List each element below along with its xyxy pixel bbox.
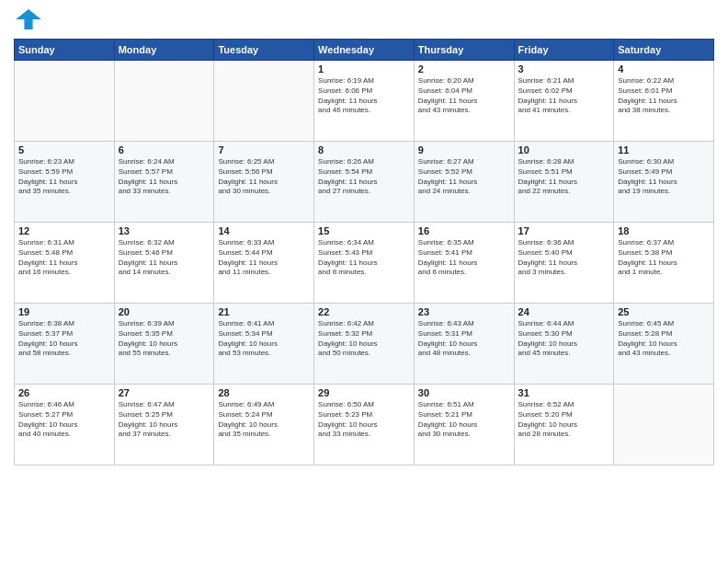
calendar-cell: 30Sunrise: 6:51 AM Sunset: 5:21 PM Dayli… — [414, 385, 514, 465]
cell-info: Sunrise: 6:42 AM Sunset: 5:32 PM Dayligh… — [318, 319, 410, 359]
calendar-cell: 9Sunrise: 6:27 AM Sunset: 5:52 PM Daylig… — [414, 142, 514, 223]
cell-info: Sunrise: 6:45 AM Sunset: 5:28 PM Dayligh… — [618, 319, 710, 359]
day-number: 16 — [418, 225, 510, 236]
calendar-week-row: 5Sunrise: 6:23 AM Sunset: 5:59 PM Daylig… — [15, 142, 714, 223]
calendar-cell — [114, 61, 214, 142]
day-number: 28 — [218, 387, 310, 398]
day-number: 24 — [518, 306, 610, 317]
calendar-cell: 20Sunrise: 6:39 AM Sunset: 5:35 PM Dayli… — [114, 304, 214, 385]
cell-info: Sunrise: 6:50 AM Sunset: 5:23 PM Dayligh… — [318, 400, 410, 440]
day-number: 22 — [318, 306, 410, 317]
day-number: 3 — [518, 63, 610, 75]
calendar-week-row: 12Sunrise: 6:31 AM Sunset: 5:48 PM Dayli… — [15, 223, 714, 304]
cell-info: Sunrise: 6:49 AM Sunset: 5:24 PM Dayligh… — [218, 400, 310, 440]
day-number: 26 — [18, 387, 110, 398]
calendar-cell: 22Sunrise: 6:42 AM Sunset: 5:32 PM Dayli… — [314, 304, 415, 385]
calendar-cell — [214, 61, 314, 142]
calendar-week-row: 1Sunrise: 6:19 AM Sunset: 6:06 PM Daylig… — [15, 61, 714, 142]
day-number: 20 — [119, 306, 210, 317]
day-number: 14 — [218, 225, 310, 236]
calendar-cell: 13Sunrise: 6:32 AM Sunset: 5:46 PM Dayli… — [114, 223, 214, 304]
day-number: 21 — [218, 306, 310, 317]
calendar-cell: 21Sunrise: 6:41 AM Sunset: 5:34 PM Dayli… — [214, 304, 314, 385]
day-number: 4 — [618, 63, 710, 75]
calendar-cell: 4Sunrise: 6:22 AM Sunset: 6:01 PM Daylig… — [614, 61, 714, 142]
calendar-cell: 14Sunrise: 6:33 AM Sunset: 5:44 PM Dayli… — [214, 223, 314, 304]
cell-info: Sunrise: 6:25 AM Sunset: 5:56 PM Dayligh… — [218, 157, 310, 197]
cell-info: Sunrise: 6:38 AM Sunset: 5:37 PM Dayligh… — [18, 319, 110, 359]
calendar-cell: 8Sunrise: 6:26 AM Sunset: 5:54 PM Daylig… — [314, 142, 415, 223]
calendar-cell: 3Sunrise: 6:21 AM Sunset: 6:02 PM Daylig… — [514, 61, 614, 142]
cell-info: Sunrise: 6:30 AM Sunset: 5:49 PM Dayligh… — [618, 157, 710, 197]
cell-info: Sunrise: 6:47 AM Sunset: 5:25 PM Dayligh… — [119, 400, 210, 440]
calendar-cell: 1Sunrise: 6:19 AM Sunset: 6:06 PM Daylig… — [314, 61, 415, 142]
calendar-cell: 2Sunrise: 6:20 AM Sunset: 6:04 PM Daylig… — [414, 61, 514, 142]
day-number: 15 — [318, 225, 410, 236]
logo-icon — [16, 9, 41, 29]
calendar-cell: 10Sunrise: 6:28 AM Sunset: 5:51 PM Dayli… — [514, 142, 614, 223]
weekday-header-thursday: Thursday — [414, 40, 514, 61]
day-number: 25 — [618, 306, 710, 317]
day-number: 5 — [18, 144, 110, 155]
day-number: 10 — [518, 144, 610, 155]
calendar-cell: 17Sunrise: 6:36 AM Sunset: 5:40 PM Dayli… — [514, 223, 614, 304]
day-number: 12 — [18, 225, 110, 236]
weekday-header-saturday: Saturday — [614, 40, 714, 61]
calendar-cell: 31Sunrise: 6:52 AM Sunset: 5:20 PM Dayli… — [514, 385, 614, 465]
calendar-week-row: 26Sunrise: 6:46 AM Sunset: 5:27 PM Dayli… — [15, 385, 714, 465]
cell-info: Sunrise: 6:34 AM Sunset: 5:43 PM Dayligh… — [318, 238, 410, 278]
cell-info: Sunrise: 6:33 AM Sunset: 5:44 PM Dayligh… — [218, 238, 310, 278]
calendar-cell — [15, 61, 115, 142]
cell-info: Sunrise: 6:31 AM Sunset: 5:48 PM Dayligh… — [18, 238, 110, 278]
calendar-cell: 16Sunrise: 6:35 AM Sunset: 5:41 PM Dayli… — [414, 223, 514, 304]
calendar-cell: 23Sunrise: 6:43 AM Sunset: 5:31 PM Dayli… — [414, 304, 514, 385]
page: SundayMondayTuesdayWednesdayThursdayFrid… — [0, 0, 728, 563]
calendar-cell — [614, 385, 714, 465]
cell-info: Sunrise: 6:21 AM Sunset: 6:02 PM Dayligh… — [518, 76, 610, 116]
calendar-cell: 26Sunrise: 6:46 AM Sunset: 5:27 PM Dayli… — [15, 385, 115, 465]
calendar-cell: 25Sunrise: 6:45 AM Sunset: 5:28 PM Dayli… — [614, 304, 714, 385]
calendar-cell: 12Sunrise: 6:31 AM Sunset: 5:48 PM Dayli… — [15, 223, 115, 304]
day-number: 19 — [18, 306, 110, 317]
day-number: 17 — [518, 225, 610, 236]
weekday-header-sunday: Sunday — [15, 40, 115, 61]
day-number: 18 — [618, 225, 710, 236]
cell-info: Sunrise: 6:39 AM Sunset: 5:35 PM Dayligh… — [119, 319, 210, 359]
cell-info: Sunrise: 6:22 AM Sunset: 6:01 PM Dayligh… — [618, 76, 710, 116]
cell-info: Sunrise: 6:37 AM Sunset: 5:38 PM Dayligh… — [618, 238, 710, 278]
cell-info: Sunrise: 6:20 AM Sunset: 6:04 PM Dayligh… — [418, 76, 510, 116]
day-number: 11 — [618, 144, 710, 155]
weekday-header-friday: Friday — [514, 40, 614, 61]
day-number: 9 — [418, 144, 510, 155]
calendar-table: SundayMondayTuesdayWednesdayThursdayFrid… — [14, 39, 714, 465]
calendar-cell: 18Sunrise: 6:37 AM Sunset: 5:38 PM Dayli… — [614, 223, 714, 304]
calendar-cell: 24Sunrise: 6:44 AM Sunset: 5:30 PM Dayli… — [514, 304, 614, 385]
cell-info: Sunrise: 6:23 AM Sunset: 5:59 PM Dayligh… — [18, 157, 110, 197]
calendar-cell: 29Sunrise: 6:50 AM Sunset: 5:23 PM Dayli… — [314, 385, 415, 465]
calendar-cell: 5Sunrise: 6:23 AM Sunset: 5:59 PM Daylig… — [15, 142, 115, 223]
header — [14, 9, 714, 33]
cell-info: Sunrise: 6:52 AM Sunset: 5:20 PM Dayligh… — [518, 400, 610, 440]
calendar-cell: 27Sunrise: 6:47 AM Sunset: 5:25 PM Dayli… — [114, 385, 214, 465]
cell-info: Sunrise: 6:28 AM Sunset: 5:51 PM Dayligh… — [518, 157, 610, 197]
day-number: 27 — [119, 387, 210, 398]
cell-info: Sunrise: 6:44 AM Sunset: 5:30 PM Dayligh… — [518, 319, 610, 359]
cell-info: Sunrise: 6:43 AM Sunset: 5:31 PM Dayligh… — [418, 319, 510, 359]
cell-info: Sunrise: 6:46 AM Sunset: 5:27 PM Dayligh… — [18, 400, 110, 440]
day-number: 31 — [518, 387, 610, 398]
calendar-cell: 7Sunrise: 6:25 AM Sunset: 5:56 PM Daylig… — [214, 142, 314, 223]
cell-info: Sunrise: 6:41 AM Sunset: 5:34 PM Dayligh… — [218, 319, 310, 359]
day-number: 23 — [418, 306, 510, 317]
day-number: 7 — [218, 144, 310, 155]
weekday-header-monday: Monday — [114, 40, 214, 61]
calendar-cell: 6Sunrise: 6:24 AM Sunset: 5:57 PM Daylig… — [114, 142, 214, 223]
cell-info: Sunrise: 6:24 AM Sunset: 5:57 PM Dayligh… — [119, 157, 210, 197]
calendar-cell: 19Sunrise: 6:38 AM Sunset: 5:37 PM Dayli… — [15, 304, 115, 385]
day-number: 1 — [318, 63, 410, 75]
cell-info: Sunrise: 6:51 AM Sunset: 5:21 PM Dayligh… — [418, 400, 510, 440]
cell-info: Sunrise: 6:35 AM Sunset: 5:41 PM Dayligh… — [418, 238, 510, 278]
calendar-cell: 11Sunrise: 6:30 AM Sunset: 5:49 PM Dayli… — [614, 142, 714, 223]
day-number: 13 — [119, 225, 210, 236]
calendar-week-row: 19Sunrise: 6:38 AM Sunset: 5:37 PM Dayli… — [15, 304, 714, 385]
calendar-cell: 15Sunrise: 6:34 AM Sunset: 5:43 PM Dayli… — [314, 223, 415, 304]
